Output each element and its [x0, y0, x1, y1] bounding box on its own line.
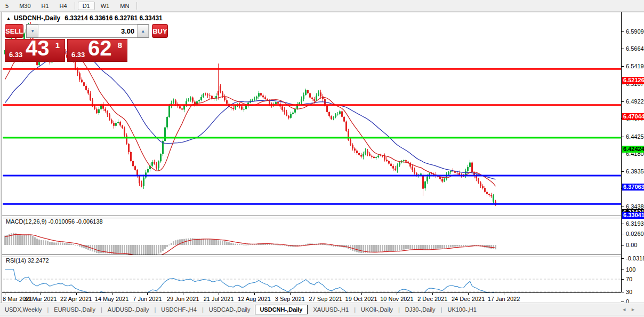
sell-button[interactable]: SELL	[5, 24, 23, 38]
buy-button[interactable]: BUY	[152, 24, 167, 38]
toolbar-separator	[136, 2, 137, 10]
date-tick	[361, 293, 362, 295]
tab-item-usdcnh[interactable]: USDCNH-,Daily	[255, 305, 307, 314]
date-label: 21 Jul 2021	[204, 296, 234, 302]
date-label: 27 Sep 2021	[309, 296, 342, 302]
tf-button-mn[interactable]: MN	[115, 2, 134, 10]
price-axis-tick	[621, 49, 624, 49]
date-label: 29 Jun 2021	[167, 296, 199, 302]
tab-item-dj30[interactable]: DJ30-,Daily	[400, 305, 440, 314]
tab-separator: |	[47, 306, 49, 313]
date-tick	[183, 293, 183, 295]
tab-separator: |	[154, 306, 156, 313]
level-price-badge: 6.52126	[622, 77, 644, 84]
tab-separator: |	[101, 306, 102, 313]
sell-price-digits: 43	[26, 36, 50, 60]
date-label: 19 Oct 2021	[345, 296, 377, 302]
toolbar-separator	[75, 2, 75, 10]
tab-item-xauusd[interactable]: XAUUSD-,H1	[309, 305, 354, 314]
tab-separator: |	[398, 306, 400, 313]
buy-price-display[interactable]: 6.33 62 8	[67, 39, 127, 62]
level-price-badge: 6.42424	[622, 146, 644, 153]
price-axis-tick	[621, 66, 624, 67]
date-tick	[76, 293, 77, 295]
tf-button-5[interactable]: 5	[1, 2, 13, 10]
price-axis-label: 6.39350	[626, 168, 644, 175]
rsi-axis-tick	[621, 302, 624, 302]
price-axis-tick	[621, 137, 624, 137]
tf-button-m30[interactable]: M30	[14, 2, 35, 10]
date-tick	[147, 293, 148, 295]
tab-item-eurusd[interactable]: EURUSD-,Daily	[49, 305, 100, 314]
rsi-indicator-label: RSI(14) 32.2472	[6, 257, 49, 264]
timeframe-toolbar: 5M30H1H4D1W1MN	[0, 0, 644, 12]
tab-item-uk100[interactable]: UK100-,H1	[442, 305, 481, 314]
date-tick	[41, 293, 41, 295]
rsi-axis-tick	[621, 279, 624, 280]
tf-button-h1[interactable]: H1	[37, 2, 54, 10]
tab-item-ukoil[interactable]: UKOil-,Daily	[356, 305, 398, 314]
macd-indicator-label: MACD(12,26,9) -0.010056 -0.006138	[6, 218, 103, 225]
date-label: 7 Jun 2021	[133, 296, 162, 302]
date-axis: 8 Mar 202130 Mar 202122 Apr 202114 May 2…	[2, 293, 621, 303]
price-axis-tick	[621, 154, 624, 154]
tf-button-w1[interactable]: W1	[96, 2, 115, 10]
buy-price-pip: 8	[118, 41, 122, 50]
date-tick	[254, 293, 255, 295]
chart-ohlc-values: 6.33214 6.33616 6.32781 6.33431	[65, 14, 163, 22]
price-axis-tick	[621, 224, 624, 224]
date-tick	[326, 293, 326, 295]
price-axis-label: 6.59090	[626, 28, 644, 35]
rsi-panel-canvas[interactable]	[3, 256, 621, 292]
tf-button-h4[interactable]: H4	[55, 2, 72, 10]
collapse-arrow-icon[interactable]: ▲	[6, 16, 11, 21]
volume-increase-button[interactable]: ▲	[137, 25, 149, 37]
tab-separator: |	[441, 306, 442, 313]
date-label: 14 May 2021	[95, 296, 129, 302]
price-axis-label: 6.54190	[626, 63, 644, 69]
tab-item-audusd[interactable]: AUDUSD-,Daily	[103, 305, 154, 314]
macd-axis-tick	[621, 258, 624, 259]
level-price-badge: 6.37063	[622, 184, 644, 191]
date-label: 24 Dec 2021	[452, 296, 485, 302]
level-price-badge: 6.47044	[622, 113, 644, 120]
macd-axis-label: 0.00	[626, 242, 637, 248]
volume-input[interactable]	[38, 25, 137, 37]
date-tick	[397, 293, 397, 295]
price-axis-tick	[621, 171, 624, 172]
tab-scroll-arrows[interactable]: ◄►	[622, 307, 640, 312]
rsi-axis-tick	[621, 292, 624, 292]
mt4-window: 5M30H1H4D1W1MN ▲USDCNH-,Daily6.33214 6.3…	[0, 0, 644, 317]
chart-tab-bar: USDX,Weekly|EURUSD-,Daily|AUDUSD-,Daily|…	[0, 303, 644, 315]
tab-item-usdcad[interactable]: USDCAD-,Daily	[204, 305, 255, 314]
buy-price-digits: 62	[88, 36, 112, 60]
volume-decrease-button[interactable]: ▼	[27, 25, 38, 37]
date-tick	[5, 293, 5, 295]
rsi-axis-label: 100	[626, 266, 635, 273]
date-tick	[290, 293, 291, 295]
date-label: 3 Sep 2021	[275, 296, 305, 302]
tab-separator: |	[354, 306, 356, 313]
date-tick	[112, 293, 112, 295]
date-label: 22 Apr 2021	[60, 296, 92, 302]
tab-item-usdchf[interactable]: USDCHF-,H4	[156, 305, 202, 314]
price-axis-label: 6.44250	[626, 133, 644, 140]
price-axis-tick	[621, 31, 624, 32]
tab-item-usdx[interactable]: USDX,Weekly	[0, 305, 46, 314]
sell-price-display[interactable]: 6.33 43 1	[5, 39, 65, 62]
price-axis-label: 6.56640	[626, 45, 644, 52]
chart-title: ▲USDCNH-,Daily6.33214 6.33616 6.32781 6.…	[6, 14, 163, 22]
macd-axis-label: -0.03187	[626, 255, 644, 261]
rsi-axis-tick	[621, 270, 624, 270]
price-axis-tick	[621, 207, 624, 207]
price-axis-label: 6.31930	[626, 220, 644, 227]
price-axis-tick	[621, 101, 624, 102]
chart-window: ▲USDCNH-,Daily6.33214 6.33616 6.32781 6.…	[2, 12, 644, 303]
macd-axis-label: 0.02607	[626, 231, 644, 237]
rsi-axis-label: 70	[626, 276, 632, 282]
rsi-axis-label: 30	[626, 289, 632, 295]
status-strip	[0, 315, 644, 317]
date-label: 10 Nov 2021	[380, 296, 413, 302]
sell-price-pip: 1	[55, 41, 60, 50]
tf-button-d1[interactable]: D1	[78, 2, 95, 10]
